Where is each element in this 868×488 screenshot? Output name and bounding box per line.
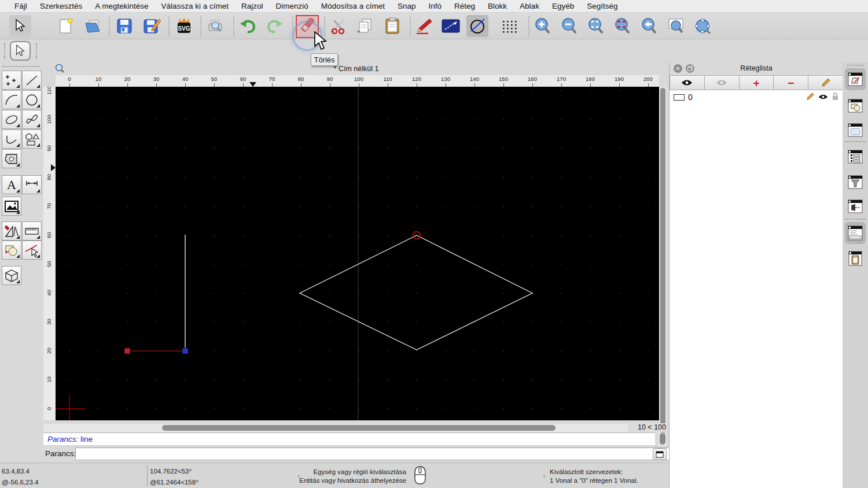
remove-layer-button[interactable]: − <box>773 75 808 90</box>
command-window-icon <box>848 225 863 241</box>
save-button[interactable] <box>113 15 135 37</box>
copy-button[interactable]: + <box>354 15 376 37</box>
menu-item-8[interactable]: Infó <box>422 2 448 10</box>
command-input[interactable] <box>75 448 681 460</box>
dock-clipboard-button[interactable] <box>845 247 866 269</box>
polygon-tool-button[interactable] <box>22 130 42 149</box>
select-tool-button[interactable] <box>9 15 31 37</box>
main-toolbar: SVG + + <box>0 13 868 39</box>
menu-item-13[interactable]: Segítség <box>580 2 624 10</box>
dock-entity-list-button[interactable] <box>845 146 866 168</box>
show-all-layers-button[interactable] <box>670 75 704 90</box>
line-tool-icon <box>442 19 460 34</box>
canvas-vscrollbar[interactable] <box>659 87 667 445</box>
edit-layer-button[interactable] <box>808 75 843 90</box>
print-preview-button[interactable] <box>205 15 227 37</box>
text-tool-button[interactable]: A <box>2 175 21 194</box>
points-tool-button[interactable] <box>2 71 21 90</box>
zoom-out-button[interactable] <box>558 15 580 37</box>
circle-line-tool-button[interactable] <box>466 15 488 37</box>
zoom-window-button[interactable] <box>665 15 687 37</box>
dock-dimension-button[interactable] <box>845 195 866 217</box>
svg-export-button[interactable]: SVG <box>173 15 195 37</box>
status-bar: 63.4,83.4 @-56.6,23.4 104.7622<53° @61.2… <box>0 463 669 488</box>
dock-layer-list-button[interactable] <box>845 68 866 90</box>
zoom-previous-button[interactable] <box>638 15 660 37</box>
menu-item-4[interactable]: Rajzol <box>235 2 270 10</box>
menu-item-12[interactable]: Egyéb <box>546 2 580 10</box>
dock-block-list-button[interactable] <box>845 95 866 117</box>
menu-item-9[interactable]: Réteg <box>448 2 481 10</box>
line-tool-palette-button[interactable] <box>22 71 42 90</box>
toolbar-handle[interactable] <box>36 43 38 59</box>
layer-visibility-eye-icon[interactable] <box>818 94 828 100</box>
canvas-svg <box>56 87 659 420</box>
toolbar-handle[interactable] <box>4 43 6 59</box>
circle-tool-button[interactable] <box>22 90 42 109</box>
menu-item-3[interactable]: Válassza ki a címet <box>155 2 235 10</box>
polyline-tool-button[interactable] <box>2 130 21 149</box>
vscrollbar-thumb[interactable] <box>660 88 665 443</box>
dock-handle[interactable] <box>847 65 863 67</box>
order-icon <box>4 243 19 257</box>
hatch-tool-button[interactable] <box>2 149 21 168</box>
points-tool-icon <box>5 73 19 87</box>
paste-button[interactable] <box>381 15 403 37</box>
dimension-tool-button[interactable] <box>22 175 42 194</box>
command-history-thumb[interactable] <box>660 433 665 445</box>
layer-color-swatch[interactable] <box>674 94 685 101</box>
zoom-redraw-button[interactable] <box>612 15 634 37</box>
command-detach-button[interactable] <box>653 448 667 460</box>
menu-item-0[interactable]: Fájl <box>8 2 34 10</box>
zoom-pan-button[interactable] <box>692 15 713 37</box>
menu-item-1[interactable]: Szerkesztés <box>34 2 89 10</box>
menu-item-10[interactable]: Blokk <box>481 2 513 10</box>
grid-status: 10 < 100 <box>628 423 667 432</box>
image-tool-button[interactable] <box>2 197 21 216</box>
dock-filter-button[interactable] <box>845 171 866 193</box>
undo-button[interactable] <box>237 15 259 37</box>
zoom-in-button[interactable] <box>532 15 554 37</box>
hide-all-layers-button[interactable] <box>704 75 739 90</box>
select-entity-tool-button[interactable] <box>22 241 42 260</box>
menu-item-2[interactable]: A megtekintése <box>89 2 155 10</box>
new-document-icon <box>58 17 74 35</box>
menu-item-11[interactable]: Ablak <box>513 2 546 10</box>
layer-lock-icon[interactable] <box>832 93 838 101</box>
add-layer-button[interactable]: + <box>739 75 774 90</box>
layer-edit-pencil-icon[interactable] <box>806 93 814 101</box>
drawing-canvas[interactable] <box>56 87 659 420</box>
line-tool-button[interactable] <box>440 15 462 37</box>
menu-item-6[interactable]: Módosítsa a címet <box>315 2 391 10</box>
order-tool-button[interactable] <box>2 241 21 260</box>
pen-edit-button[interactable] <box>413 15 435 37</box>
command-history-scrollbar[interactable] <box>659 432 667 446</box>
spline-tool-button[interactable] <box>22 110 42 129</box>
save-as-button[interactable] <box>141 15 163 37</box>
open-file-button[interactable] <box>82 15 104 37</box>
zoom-in-icon <box>534 17 551 35</box>
dock-command-widget-button[interactable] <box>845 222 866 244</box>
layer-row[interactable]: 0 <box>670 91 843 104</box>
redo-button[interactable] <box>264 15 286 37</box>
h-ruler-label: 20 <box>121 76 134 82</box>
measure-tool-button[interactable] <box>22 221 42 241</box>
menu-item-5[interactable]: Dimenzió <box>269 2 314 10</box>
dock-library-button[interactable] <box>845 119 866 141</box>
palette-handle[interactable] <box>2 66 39 68</box>
canvas-hscrollbar[interactable] <box>43 424 628 432</box>
palette-select-button[interactable] <box>10 41 31 61</box>
command-row: Parancs: <box>43 447 667 461</box>
cut-button[interactable]: + <box>327 15 349 37</box>
solid-3d-tool-button[interactable] <box>2 266 21 285</box>
grid-toggle-button[interactable] <box>498 15 520 37</box>
hatch-icon <box>4 153 19 165</box>
menu-item-7[interactable]: Snap <box>391 2 422 10</box>
new-document-button[interactable] <box>55 15 77 37</box>
hscrollbar-thumb[interactable] <box>162 425 556 431</box>
zoom-auto-button[interactable] <box>585 15 607 37</box>
v-ruler-label: 30 <box>46 316 52 328</box>
arc-tool-button[interactable] <box>2 90 21 109</box>
modify-tool-button[interactable] <box>2 221 21 241</box>
ellipse-tool-button[interactable] <box>2 110 21 129</box>
